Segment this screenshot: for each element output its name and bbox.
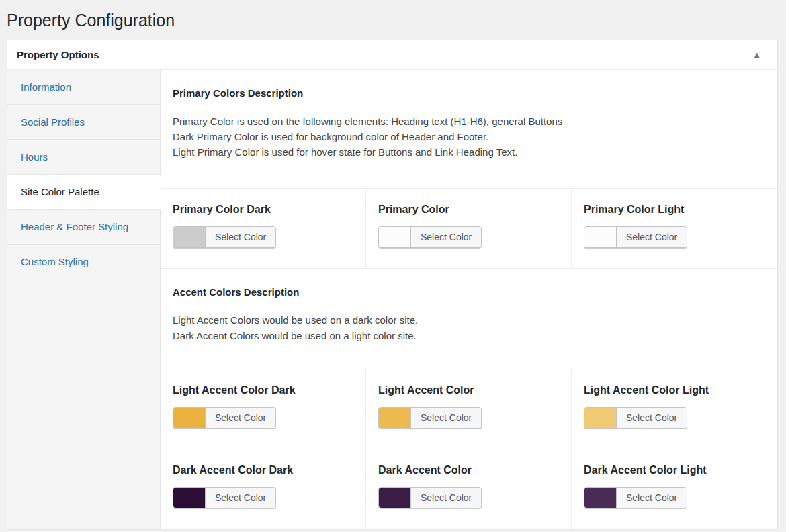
light-accent-color-dark-picker-button[interactable]: Select Color bbox=[173, 407, 276, 429]
select-color-label: Select Color bbox=[206, 488, 275, 508]
sidebar-tab-site-color-palette[interactable]: Site Color Palette bbox=[7, 175, 161, 210]
color-swatch bbox=[173, 227, 206, 247]
accent-colors-description-section: Accent Colors Description Light Accent C… bbox=[161, 268, 777, 369]
primary-color-dark-picker-button[interactable]: Select Color bbox=[173, 226, 276, 248]
panel-title: Property Options bbox=[17, 49, 99, 60]
color-swatch bbox=[584, 488, 617, 508]
description-line: Light Primary Color is used for hover st… bbox=[173, 144, 765, 160]
color-swatch bbox=[584, 227, 617, 247]
light-accent-color-row: Light Accent Color Dark Select Color Lig… bbox=[161, 369, 777, 449]
sidebar-filler bbox=[7, 279, 161, 529]
sidebar-tab-custom-styling[interactable]: Custom Styling bbox=[7, 245, 161, 279]
primary-colors-description-heading: Primary Colors Description bbox=[173, 87, 765, 99]
color-swatch bbox=[379, 488, 411, 508]
page-title: Property Configuration bbox=[0, 0, 786, 40]
light-accent-color-light-field: Light Accent Color Light Select Color bbox=[572, 369, 777, 449]
field-label: Primary Color Light bbox=[584, 204, 765, 216]
select-color-label: Select Color bbox=[411, 488, 481, 508]
dark-accent-color-row: Dark Accent Color Dark Select Color Dark… bbox=[161, 449, 777, 529]
select-color-label: Select Color bbox=[206, 408, 275, 428]
dark-accent-color-dark-picker-button[interactable]: Select Color bbox=[173, 487, 276, 508]
primary-colors-description-section: Primary Colors Description Primary Color… bbox=[161, 70, 777, 188]
field-label: Primary Color Dark bbox=[173, 204, 353, 216]
color-swatch bbox=[379, 227, 411, 247]
light-accent-color-picker-button[interactable]: Select Color bbox=[378, 407, 482, 429]
primary-color-picker-button[interactable]: Select Color bbox=[378, 226, 482, 248]
panel-body: Information Social Profiles Hours Site C… bbox=[7, 70, 777, 529]
field-label: Light Accent Color Dark bbox=[173, 384, 353, 396]
sidebar-tab-hours[interactable]: Hours bbox=[7, 140, 161, 175]
field-label: Dark Accent Color Dark bbox=[173, 464, 353, 476]
select-color-label: Select Color bbox=[411, 227, 481, 247]
primary-color-light-picker-button[interactable]: Select Color bbox=[584, 226, 687, 248]
field-label: Dark Accent Color bbox=[378, 464, 559, 476]
collapse-toggle-button[interactable]: ▲ bbox=[746, 50, 768, 59]
dark-accent-color-dark-field: Dark Accent Color Dark Select Color bbox=[161, 449, 366, 529]
primary-color-dark-field: Primary Color Dark Select Color bbox=[161, 189, 366, 268]
panel-header: Property Options ▲ bbox=[7, 40, 777, 70]
tab-content-site-color-palette: Primary Colors Description Primary Color… bbox=[161, 70, 777, 529]
primary-color-light-field: Primary Color Light Select Color bbox=[572, 189, 777, 268]
color-swatch bbox=[379, 408, 411, 428]
light-accent-color-field: Light Accent Color Select Color bbox=[366, 369, 572, 449]
sidebar-tab-header-footer-styling[interactable]: Header & Footer Styling bbox=[7, 210, 161, 245]
light-accent-color-light-picker-button[interactable]: Select Color bbox=[584, 407, 687, 429]
select-color-label: Select Color bbox=[206, 227, 275, 247]
color-swatch bbox=[173, 408, 206, 428]
sidebar-tab-information[interactable]: Information bbox=[7, 70, 161, 105]
select-color-label: Select Color bbox=[617, 227, 687, 247]
description-line: Light Accent Colors would be used on a d… bbox=[173, 312, 765, 328]
description-line: Dark Accent Colors would be used on a li… bbox=[173, 328, 765, 343]
settings-tab-list: Information Social Profiles Hours Site C… bbox=[7, 70, 161, 529]
primary-color-row: Primary Color Dark Select Color Primary … bbox=[161, 188, 777, 268]
color-swatch bbox=[173, 488, 206, 508]
dark-accent-color-picker-button[interactable]: Select Color bbox=[378, 487, 482, 508]
description-line: Primary Color is used on the following e… bbox=[173, 114, 765, 129]
accent-colors-description-heading: Accent Colors Description bbox=[173, 286, 765, 298]
light-accent-color-dark-field: Light Accent Color Dark Select Color bbox=[161, 369, 366, 449]
primary-color-field: Primary Color Select Color bbox=[366, 189, 572, 268]
dark-accent-color-field: Dark Accent Color Select Color bbox=[366, 449, 572, 529]
select-color-label: Select Color bbox=[617, 408, 687, 428]
select-color-label: Select Color bbox=[617, 488, 687, 508]
field-label: Light Accent Color Light bbox=[584, 384, 765, 396]
property-options-panel: Property Options ▲ Information Social Pr… bbox=[7, 40, 778, 529]
select-color-label: Select Color bbox=[411, 408, 481, 428]
collapse-up-icon: ▲ bbox=[752, 50, 761, 60]
field-label: Light Accent Color bbox=[378, 384, 559, 396]
field-label: Dark Accent Color Light bbox=[584, 464, 765, 476]
color-swatch bbox=[584, 408, 617, 428]
field-label: Primary Color bbox=[378, 204, 559, 216]
dark-accent-color-light-picker-button[interactable]: Select Color bbox=[584, 487, 687, 508]
dark-accent-color-light-field: Dark Accent Color Light Select Color bbox=[572, 449, 777, 529]
sidebar-tab-social-profiles[interactable]: Social Profiles bbox=[7, 105, 161, 140]
description-line: Dark Primary Color is used for backgroun… bbox=[173, 129, 765, 144]
